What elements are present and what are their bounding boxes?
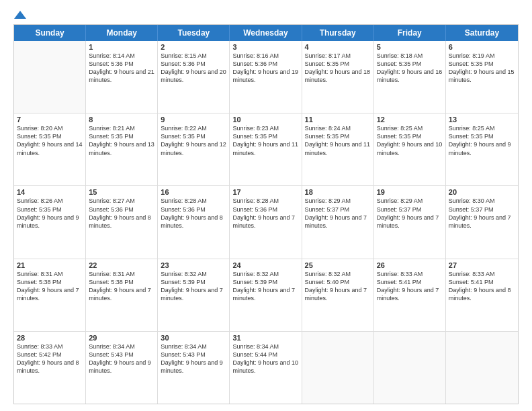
day-number: 13 <box>449 116 515 124</box>
calendar-week-3: 14Sunrise: 8:26 AMSunset: 5:35 PMDayligh… <box>14 186 518 259</box>
day-number: 17 <box>232 188 298 196</box>
header <box>13 12 519 19</box>
calendar-cell: 8Sunrise: 8:21 AMSunset: 5:35 PMDaylight… <box>86 113 158 185</box>
day-number: 24 <box>232 261 298 269</box>
header-day-monday: Monday <box>86 25 158 41</box>
day-number: 16 <box>161 188 226 196</box>
cell-info: Sunrise: 8:15 AMSunset: 5:36 PMDaylight:… <box>161 52 226 85</box>
cell-info: Sunrise: 8:31 AMSunset: 5:38 PMDaylight:… <box>89 270 154 303</box>
page: SundayMondayTuesdayWednesdayThursdayFrid… <box>0 0 532 411</box>
day-number: 23 <box>161 261 226 269</box>
cell-info: Sunrise: 8:25 AMSunset: 5:35 PMDaylight:… <box>449 124 515 157</box>
cell-info: Sunrise: 8:31 AMSunset: 5:38 PMDaylight:… <box>17 270 83 303</box>
calendar-cell: 15Sunrise: 8:27 AMSunset: 5:36 PMDayligh… <box>86 186 158 258</box>
day-number: 1 <box>89 43 154 51</box>
cell-info: Sunrise: 8:34 AMSunset: 5:43 PMDaylight:… <box>161 342 226 375</box>
cell-info: Sunrise: 8:18 AMSunset: 5:35 PMDaylight:… <box>377 52 443 85</box>
cell-info: Sunrise: 8:24 AMSunset: 5:35 PMDaylight:… <box>305 124 371 157</box>
calendar-cell: 30Sunrise: 8:34 AMSunset: 5:43 PMDayligh… <box>158 332 230 404</box>
calendar-cell: 9Sunrise: 8:22 AMSunset: 5:35 PMDaylight… <box>158 113 230 185</box>
day-number: 2 <box>161 43 226 51</box>
cell-info: Sunrise: 8:27 AMSunset: 5:36 PMDaylight:… <box>89 197 154 230</box>
day-number: 20 <box>449 188 515 196</box>
calendar: SundayMondayTuesdayWednesdayThursdayFrid… <box>13 24 519 404</box>
cell-info: Sunrise: 8:32 AMSunset: 5:40 PMDaylight:… <box>305 270 371 303</box>
calendar-cell: 29Sunrise: 8:34 AMSunset: 5:43 PMDayligh… <box>86 332 158 404</box>
header-day-sunday: Sunday <box>14 25 86 41</box>
cell-info: Sunrise: 8:34 AMSunset: 5:43 PMDaylight:… <box>89 342 154 375</box>
calendar-cell: 5Sunrise: 8:18 AMSunset: 5:35 PMDaylight… <box>374 41 446 113</box>
logo-bird-icon <box>14 9 26 21</box>
day-number: 21 <box>17 261 83 269</box>
day-number: 8 <box>89 116 154 124</box>
calendar-cell: 17Sunrise: 8:28 AMSunset: 5:36 PMDayligh… <box>230 186 302 258</box>
day-number: 31 <box>232 334 298 342</box>
calendar-week-1: 1Sunrise: 8:14 AMSunset: 5:36 PMDaylight… <box>14 41 518 113</box>
calendar-cell: 24Sunrise: 8:32 AMSunset: 5:39 PMDayligh… <box>230 259 302 331</box>
calendar-cell: 19Sunrise: 8:29 AMSunset: 5:37 PMDayligh… <box>374 186 446 258</box>
day-number: 7 <box>17 116 83 124</box>
day-number: 22 <box>89 261 154 269</box>
day-number: 3 <box>232 43 298 51</box>
calendar-cell: 27Sunrise: 8:33 AMSunset: 5:41 PMDayligh… <box>446 259 518 331</box>
calendar-cell: 12Sunrise: 8:25 AMSunset: 5:35 PMDayligh… <box>374 113 446 185</box>
calendar-cell: 18Sunrise: 8:29 AMSunset: 5:37 PMDayligh… <box>302 186 374 258</box>
calendar-cell: 25Sunrise: 8:32 AMSunset: 5:40 PMDayligh… <box>302 259 374 331</box>
day-number: 18 <box>305 188 371 196</box>
cell-info: Sunrise: 8:30 AMSunset: 5:37 PMDaylight:… <box>449 197 515 230</box>
cell-info: Sunrise: 8:28 AMSunset: 5:36 PMDaylight:… <box>232 197 298 230</box>
cell-info: Sunrise: 8:25 AMSunset: 5:35 PMDaylight:… <box>377 124 443 157</box>
cell-info: Sunrise: 8:21 AMSunset: 5:35 PMDaylight:… <box>89 124 154 157</box>
calendar-cell: 16Sunrise: 8:28 AMSunset: 5:36 PMDayligh… <box>158 186 230 258</box>
cell-info: Sunrise: 8:26 AMSunset: 5:35 PMDaylight:… <box>17 197 83 230</box>
calendar-cell: 7Sunrise: 8:20 AMSunset: 5:35 PMDaylight… <box>14 113 86 185</box>
calendar-cell: 14Sunrise: 8:26 AMSunset: 5:35 PMDayligh… <box>14 186 86 258</box>
day-number: 25 <box>305 261 371 269</box>
cell-info: Sunrise: 8:34 AMSunset: 5:44 PMDaylight:… <box>232 342 298 375</box>
cell-info: Sunrise: 8:17 AMSunset: 5:35 PMDaylight:… <box>305 52 371 85</box>
cell-info: Sunrise: 8:23 AMSunset: 5:35 PMDaylight:… <box>232 124 298 157</box>
header-day-tuesday: Tuesday <box>158 25 230 41</box>
day-number: 11 <box>305 116 371 124</box>
calendar-cell: 23Sunrise: 8:32 AMSunset: 5:39 PMDayligh… <box>158 259 230 331</box>
day-number: 27 <box>449 261 515 269</box>
calendar-week-5: 28Sunrise: 8:33 AMSunset: 5:42 PMDayligh… <box>14 332 518 404</box>
cell-info: Sunrise: 8:29 AMSunset: 5:37 PMDaylight:… <box>305 197 371 230</box>
cell-info: Sunrise: 8:33 AMSunset: 5:41 PMDaylight:… <box>449 270 515 303</box>
calendar-cell: 13Sunrise: 8:25 AMSunset: 5:35 PMDayligh… <box>446 113 518 185</box>
calendar-cell: 22Sunrise: 8:31 AMSunset: 5:38 PMDayligh… <box>86 259 158 331</box>
cell-info: Sunrise: 8:14 AMSunset: 5:36 PMDaylight:… <box>89 52 154 85</box>
calendar-header: SundayMondayTuesdayWednesdayThursdayFrid… <box>14 25 518 41</box>
day-number: 10 <box>232 116 298 124</box>
calendar-cell: 21Sunrise: 8:31 AMSunset: 5:38 PMDayligh… <box>14 259 86 331</box>
day-number: 4 <box>305 43 371 51</box>
cell-info: Sunrise: 8:28 AMSunset: 5:36 PMDaylight:… <box>161 197 226 230</box>
calendar-cell: 2Sunrise: 8:15 AMSunset: 5:36 PMDaylight… <box>158 41 230 113</box>
calendar-week-2: 7Sunrise: 8:20 AMSunset: 5:35 PMDaylight… <box>14 113 518 186</box>
day-number: 26 <box>377 261 443 269</box>
cell-info: Sunrise: 8:20 AMSunset: 5:35 PMDaylight:… <box>17 124 83 157</box>
cell-info: Sunrise: 8:29 AMSunset: 5:37 PMDaylight:… <box>377 197 443 230</box>
calendar-week-4: 21Sunrise: 8:31 AMSunset: 5:38 PMDayligh… <box>14 259 518 332</box>
cell-info: Sunrise: 8:32 AMSunset: 5:39 PMDaylight:… <box>161 270 226 303</box>
day-number: 30 <box>161 334 226 342</box>
calendar-cell: 20Sunrise: 8:30 AMSunset: 5:37 PMDayligh… <box>446 186 518 258</box>
day-number: 6 <box>449 43 515 51</box>
header-day-friday: Friday <box>374 25 446 41</box>
day-number: 12 <box>377 116 443 124</box>
calendar-cell: 4Sunrise: 8:17 AMSunset: 5:35 PMDaylight… <box>302 41 374 113</box>
day-number: 5 <box>377 43 443 51</box>
cell-info: Sunrise: 8:16 AMSunset: 5:36 PMDaylight:… <box>232 52 298 85</box>
calendar-cell: 31Sunrise: 8:34 AMSunset: 5:44 PMDayligh… <box>230 332 302 404</box>
day-number: 28 <box>17 334 83 342</box>
day-number: 14 <box>17 188 83 196</box>
calendar-body: 1Sunrise: 8:14 AMSunset: 5:36 PMDaylight… <box>14 41 518 404</box>
calendar-cell: 26Sunrise: 8:33 AMSunset: 5:41 PMDayligh… <box>374 259 446 331</box>
calendar-cell: 28Sunrise: 8:33 AMSunset: 5:42 PMDayligh… <box>14 332 86 404</box>
day-number: 9 <box>161 116 226 124</box>
calendar-cell <box>302 332 374 404</box>
header-day-thursday: Thursday <box>302 25 374 41</box>
day-number: 29 <box>89 334 154 342</box>
cell-info: Sunrise: 8:33 AMSunset: 5:42 PMDaylight:… <box>17 342 83 375</box>
logo <box>13 12 26 19</box>
